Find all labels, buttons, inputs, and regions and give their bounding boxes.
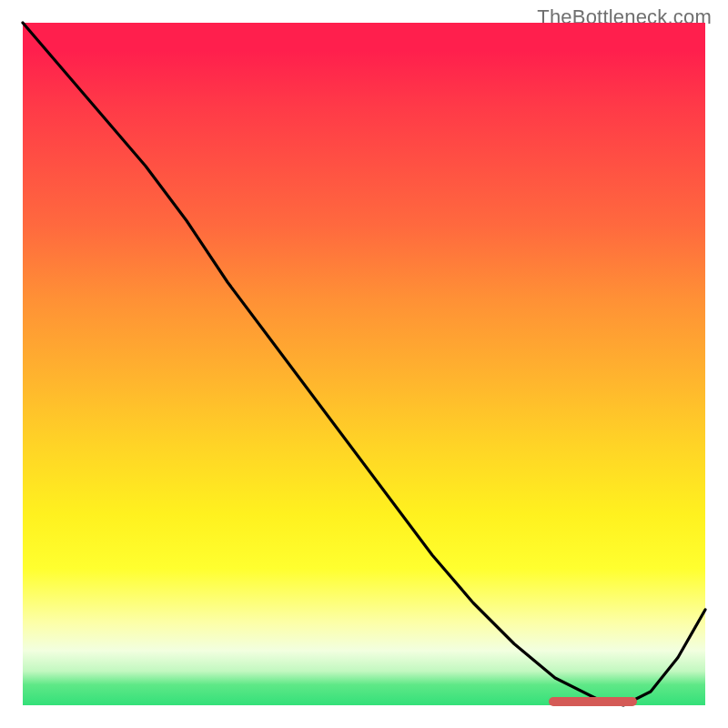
optimal-range-marker [549,697,638,706]
curve-path [23,23,705,705]
bottleneck-curve [23,23,705,705]
chart-frame [23,23,705,705]
